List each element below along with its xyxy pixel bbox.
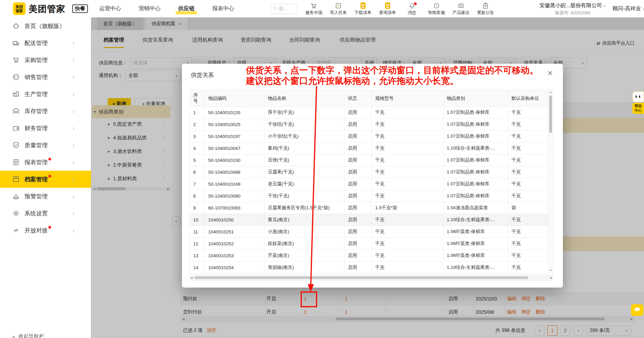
scroll-left-icon[interactable]: ◀ bbox=[189, 276, 194, 279]
top-tool-icons: 服务市场导入任务下载清单查询清单消息?智能客服产品建议更新公告 bbox=[302, 1, 498, 17]
cell: 1.10综合-生鲜蔬果类-... bbox=[443, 214, 508, 226]
buy-icon: BUY bbox=[12, 73, 20, 81]
app-edition-badge: 快餐 bbox=[72, 4, 88, 13]
modal-horizontal-scrollbar[interactable]: ◀ ▶ bbox=[189, 275, 553, 281]
cell: 千克 bbox=[508, 226, 548, 238]
chevron-down-icon: ∨ bbox=[642, 7, 644, 11]
warehouse-icon bbox=[12, 107, 20, 115]
tool-label: 智能客服 bbox=[428, 10, 445, 16]
nav-item-3[interactable]: 供应链 bbox=[178, 4, 195, 14]
tool-list-2[interactable]: 下载清单 bbox=[351, 1, 375, 17]
sidebar-collapse-button[interactable]: « 收起导航栏 bbox=[12, 333, 44, 338]
cell: 千克 bbox=[508, 178, 548, 190]
red-annotation-text: 供货关系，点一下数字，弹出这个浮动窗口，目前样式是固定的不可移动。 建议把这个窗… bbox=[246, 65, 538, 86]
nav-item-4[interactable]: 报表中心 bbox=[212, 4, 235, 14]
sidebar-item-9[interactable]: 报表管理› bbox=[0, 154, 91, 171]
cell: 豆饼(千克) bbox=[264, 154, 344, 166]
table-row: 450-1040010047素鸡(千克)启用千克1.10综合-生鲜蔬果类-...… bbox=[190, 142, 548, 154]
cell: 千克 bbox=[372, 130, 443, 142]
sidebar-item-label: 库存管理 bbox=[25, 107, 48, 115]
question-icon: ? bbox=[433, 2, 440, 9]
report-icon bbox=[12, 158, 20, 166]
scroll-right-icon[interactable]: ▶ bbox=[549, 276, 553, 279]
cell: 启用 bbox=[344, 107, 372, 119]
sidebar-item-5[interactable]: 生产管理› bbox=[0, 86, 91, 103]
cell: 千克 bbox=[508, 262, 548, 274]
shield-icon bbox=[12, 141, 20, 149]
nav-item-1[interactable]: 运营中心 bbox=[98, 4, 122, 14]
cart2-icon bbox=[310, 2, 317, 9]
user-menu[interactable]: 顾问-高祥业∨ bbox=[613, 5, 644, 12]
cell: 50-1040010249 bbox=[205, 178, 264, 190]
sidebar-item-1[interactable]: 首页（旗舰版） bbox=[0, 17, 91, 34]
sidebar-item-13[interactable]: 开放对接› bbox=[0, 222, 91, 239]
tool-bell-4[interactable]: 消息 bbox=[400, 1, 424, 17]
table-row: 550-1040010150豆饼(千克)启用千克1.07豆制品类-保鲜库千克 bbox=[190, 154, 548, 166]
cell: 6 bbox=[190, 166, 205, 178]
chevron-right-icon: › bbox=[73, 90, 75, 98]
tool-cart2-0[interactable]: 服务市场 bbox=[302, 1, 326, 17]
tool-import-1[interactable]: 导入任务 bbox=[326, 1, 351, 17]
tool-label: 产品建议 bbox=[453, 10, 470, 16]
cell: 素鸡(千克) bbox=[264, 142, 344, 154]
cell: 1.07豆制品类-保鲜库 bbox=[443, 178, 508, 190]
sidebar-item-12[interactable]: 系统设置› bbox=[0, 205, 91, 222]
cell: 1040010251 bbox=[205, 226, 264, 238]
tool-question-5[interactable]: ?智能客服 bbox=[424, 1, 449, 17]
cell: 启用 bbox=[344, 142, 372, 154]
sidebar-item-3[interactable]: 采购管理› bbox=[0, 51, 91, 68]
chat-widget-button[interactable] bbox=[631, 304, 643, 316]
cell: 千克 bbox=[372, 238, 443, 250]
cell: 千克 bbox=[372, 214, 443, 226]
sidebar-item-10[interactable]: 档案管理› bbox=[0, 171, 91, 188]
cell: 启用 bbox=[344, 178, 372, 190]
sidebar-item-label: 预警管理 bbox=[25, 193, 48, 200]
table-row: 350-1040010197小千张结(千克)启用千克1.07豆制品类-保鲜库千克 bbox=[190, 130, 548, 142]
sidebar-item-11[interactable]: 预警管理› bbox=[0, 188, 91, 205]
sidebar-item-7[interactable]: 财务管理› bbox=[0, 120, 91, 137]
sidebar-item-label: 销售管理 bbox=[25, 73, 48, 81]
help-label-1: 帮助 bbox=[633, 104, 643, 108]
tool-list-3[interactable]: 查询清单 bbox=[375, 1, 400, 17]
cell: 1040010253 bbox=[205, 250, 264, 262]
logo-line1: 美团 bbox=[16, 5, 23, 9]
cell: 千克 bbox=[508, 119, 548, 130]
scroll-thumb[interactable] bbox=[194, 276, 528, 279]
table-row: 150-1040010135厚千张(千克)启用千克1.07豆制品类-保鲜库千克 bbox=[190, 107, 548, 119]
cell: 启用 bbox=[344, 154, 372, 166]
modal-vertical-scrollbar[interactable]: ▲ ▼ bbox=[548, 90, 553, 273]
tool-suggest-6[interactable]: 产品建议 bbox=[449, 1, 473, 17]
sidebar-item-4[interactable]: BUY销售管理› bbox=[0, 68, 91, 86]
cell: 启用 bbox=[344, 226, 372, 238]
sidebar-item-label: 开放对接 bbox=[25, 227, 48, 234]
cell: 50-1040010150 bbox=[205, 154, 264, 166]
tool-notice-7[interactable]: 更新公告 bbox=[473, 1, 498, 17]
scroll-up-icon[interactable]: ▲ bbox=[548, 91, 553, 94]
cell: 1.07豆制品类-保鲜库 bbox=[443, 190, 508, 202]
sidebar-item-6[interactable]: 库存管理› bbox=[0, 103, 91, 120]
collapse-label: 收起导航栏 bbox=[18, 333, 44, 338]
nav-item-2[interactable]: 营销中心 bbox=[138, 4, 161, 14]
home-icon bbox=[12, 22, 20, 30]
chevron-right-icon: › bbox=[73, 56, 75, 64]
close-icon[interactable]: × bbox=[548, 68, 553, 77]
annotation-line2: 建议把这个窗口允许按鼠标拖动，允许拖动大小长宽。 bbox=[246, 76, 538, 86]
sidebar-item-label: 报表管理 bbox=[25, 158, 48, 166]
col-header-6: 物品类别 bbox=[443, 90, 508, 107]
company-switcher[interactable]: 安徽蒸小皖...股份有限公司∨ 集团号: 83202086 bbox=[539, 2, 607, 16]
cell: 启用 bbox=[344, 238, 372, 250]
truck-icon bbox=[12, 39, 20, 47]
table-row: 111040010251小葱(南京)启用千克1.06叶菜类-保鲜库千克 bbox=[190, 226, 548, 238]
chevron-right-icon: › bbox=[73, 73, 75, 81]
cell: 袋 bbox=[508, 202, 548, 214]
scroll-thumb[interactable] bbox=[549, 95, 552, 133]
help-center-widget[interactable]: 帮助 中心 bbox=[632, 91, 644, 114]
sidebar-item-8[interactable]: 质量管理› bbox=[0, 137, 91, 154]
global-search-input[interactable]: 请... bbox=[271, 4, 296, 14]
scroll-down-icon[interactable]: ▼ bbox=[548, 269, 553, 272]
cell: 1.10综合-生鲜蔬果类-... bbox=[443, 142, 508, 154]
cell: 千克 bbox=[508, 154, 548, 166]
notification-dot bbox=[48, 158, 51, 160]
cell: 1.06叶菜类-保鲜库 bbox=[443, 226, 508, 238]
sidebar-item-2[interactable]: 配送管理› bbox=[0, 34, 91, 51]
